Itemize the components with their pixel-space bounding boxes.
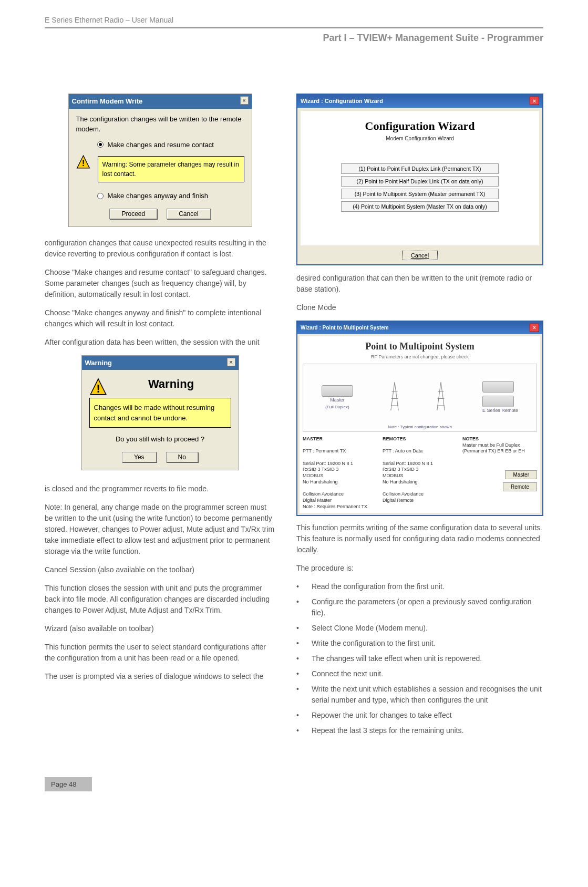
section-header: Part I – TVIEW+ Management Suite - Progr…: [45, 33, 543, 44]
remote-modem-icon: [482, 381, 514, 393]
wizard-option-1[interactable]: (1) Point to Point Full Duplex Link (Per…: [341, 163, 499, 174]
body-text: Choose "Make changes anyway and finish" …: [45, 307, 275, 329]
cancel-button[interactable]: Cancel: [167, 209, 210, 219]
config-wizard-dialog: Wizard : Configuration Wizard × Configur…: [296, 94, 543, 265]
body-text: After configuration data has been writte…: [45, 337, 275, 348]
dialog-title: Wizard : Configuration Wizard: [301, 97, 383, 106]
right-column: Wizard : Configuration Wizard × Configur…: [296, 94, 543, 740]
list-item: Select Clone Mode (Modem menu).: [296, 623, 543, 634]
radio-resume-contact[interactable]: Make changes and resume contact: [97, 140, 244, 150]
wizard-option-3[interactable]: (3) Point to Multipoint System (Master p…: [341, 189, 499, 199]
radio-label: Make changes and resume contact: [108, 140, 214, 150]
tower-icon: [436, 382, 446, 414]
list-item: Configure the parameters (or open a prev…: [296, 596, 543, 618]
tower-icon: [390, 382, 399, 414]
dialog-title: Wizard : Point to Multipoint System: [301, 324, 389, 332]
master-info-column: MASTER PTT : Permanent TX Serial Port: 1…: [303, 436, 377, 510]
list-item: The changes will take effect when unit i…: [296, 653, 543, 664]
yes-button[interactable]: Yes: [122, 452, 157, 462]
list-item: Repower the unit for changes to take eff…: [296, 710, 543, 721]
confirm-modem-write-dialog: Confirm Modem Write × The configuration …: [68, 94, 252, 227]
radio-icon: [97, 193, 104, 199]
remotes-info-column: REMOTES PTT : Auto on Data Serial Port: …: [383, 436, 457, 510]
ptmp-diagram: Master (Full Duplex) E Series Remote Not…: [303, 364, 537, 432]
radio-icon: [97, 141, 104, 148]
remote-modem-icon: [482, 396, 514, 407]
master-modem-icon: [322, 385, 353, 397]
body-text: The user is prompted via a series of dia…: [45, 671, 275, 682]
warning-question: Do you still wish to proceed ?: [89, 434, 231, 445]
dialog-title: Confirm Modem Write: [72, 96, 143, 107]
list-item: Connect the next unit.: [296, 668, 543, 679]
wizard-option-2[interactable]: (2) Point to Point Half Duplex Link (TX …: [341, 176, 499, 187]
warning-icon: !: [76, 153, 90, 171]
remote-button[interactable]: Remote: [503, 482, 537, 491]
warning-highlight: Warning: Some parameter changes may resu…: [98, 156, 244, 182]
ptmp-subheading: RF Parameters are not changed, please ch…: [303, 354, 537, 361]
diagram-note: Note : Typical configuration shown: [303, 424, 537, 430]
cancel-button[interactable]: Cancel: [402, 251, 438, 260]
titlebar: Wizard : Point to Multipoint System ×: [297, 322, 542, 334]
no-button[interactable]: No: [166, 452, 198, 462]
svg-text:!: !: [96, 382, 100, 395]
close-icon[interactable]: ×: [530, 97, 539, 105]
body-text: This function permits writing of the sam…: [296, 522, 543, 555]
radio-label: Make changes anyway and finish: [108, 191, 209, 201]
notes-info-column: NOTES Master must be Full Duplex (Perman…: [462, 436, 537, 510]
warning-dialog: Warning × ! Warning Changes will be made…: [81, 355, 239, 470]
warning-heading: Warning: [111, 375, 231, 393]
warning-icon: !: [89, 378, 107, 396]
list-item: Write the configuration to the first uni…: [296, 638, 543, 649]
proceed-button[interactable]: Proceed: [109, 209, 157, 219]
radio-anyway-finish[interactable]: Make changes anyway and finish: [97, 191, 244, 201]
master-button[interactable]: Master: [505, 470, 537, 479]
body-text: This function permits the user to select…: [45, 642, 275, 664]
left-column: Confirm Modem Write × The configuration …: [45, 94, 275, 740]
subheading: Clone Mode: [296, 302, 543, 313]
body-text: Note: In general, any change made on the…: [45, 502, 275, 557]
titlebar: Confirm Modem Write ×: [69, 94, 252, 109]
body-text: is closed and the programmer reverts to …: [45, 483, 275, 494]
close-icon[interactable]: ×: [227, 358, 235, 366]
page-number: Page 48: [45, 777, 92, 791]
list-item: Repeat the last 3 steps for the remainin…: [296, 725, 543, 736]
ptmp-dialog: Wizard : Point to Multipoint System × Po…: [296, 321, 543, 517]
titlebar: Warning ×: [82, 356, 239, 370]
close-icon[interactable]: ×: [240, 96, 249, 105]
body-text: configuration changes that cause unexpec…: [45, 238, 275, 260]
diagram-label: E Series Remote: [482, 407, 518, 415]
wizard-heading: Configuration Wizard: [306, 117, 534, 135]
dialog-title: Warning: [85, 358, 112, 368]
confirm-text: The configuration changes will be writte…: [76, 114, 244, 135]
wizard-subheading: Modem Configuration Wizard: [306, 135, 534, 142]
wizard-option-4[interactable]: (4) Point to Multipoint System (Master T…: [341, 201, 499, 212]
body-text: This function closes the session with un…: [45, 583, 275, 616]
list-item: Read the configuration from the first un…: [296, 581, 543, 592]
body-text: Choose "Make changes and resume contact"…: [45, 267, 275, 300]
body-text: The procedure is:: [296, 563, 543, 574]
procedure-list: Read the configuration from the first un…: [296, 581, 543, 736]
list-item: Write the next unit which establishes a …: [296, 684, 543, 706]
body-text: desired configuration that can then be w…: [296, 273, 543, 295]
warning-message: Changes will be made without resuming co…: [89, 398, 231, 428]
subheading: Cancel Session (also available on the to…: [45, 564, 275, 575]
doc-header: E Series Ethernet Radio – User Manual: [45, 16, 543, 28]
diagram-label: Master: [322, 397, 353, 404]
ptmp-heading: Point to Multipoint System: [303, 339, 537, 354]
svg-text:!: !: [81, 158, 85, 168]
subheading: Wizard (also available on toolbar): [45, 623, 275, 634]
titlebar: Wizard : Configuration Wizard ×: [297, 95, 542, 108]
close-icon[interactable]: ×: [530, 324, 539, 332]
diagram-label: (Full Duplex): [322, 404, 353, 410]
